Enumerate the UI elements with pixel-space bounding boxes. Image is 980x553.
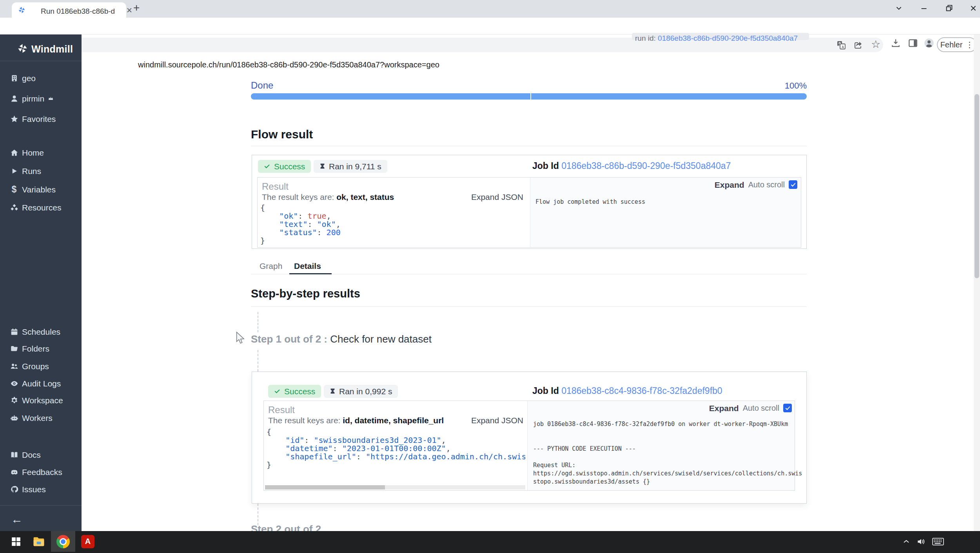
sidebar-item-schedules[interactable]: Schedules [0, 326, 82, 337]
step1-expand-json-button[interactable]: Expand JSON [451, 416, 523, 424]
window-chevron-icon[interactable] [895, 4, 903, 14]
step1-result-json: { "id": "swissboundaries3d_2023-01", "da… [267, 428, 525, 469]
horizontal-scrollbar[interactable] [265, 485, 525, 490]
new-tab-button[interactable]: + [133, 2, 140, 13]
browser-tab[interactable]: Run 0186eb38-c86b-d590-290e- ✕ [12, 2, 126, 18]
browser-error-button[interactable]: Fehler ⋮ [937, 37, 977, 52]
progress-status: Done [251, 81, 273, 90]
expand-log-button[interactable]: Expand [709, 404, 739, 412]
window-close-icon[interactable] [969, 4, 978, 14]
sidebar-item-folders[interactable]: Folders [0, 343, 82, 354]
sidebar-item-label: Docs [22, 451, 41, 459]
sidebar-item-workspace-geo[interactable]: geo [0, 72, 82, 84]
tab-close-icon[interactable]: ✕ [126, 7, 132, 14]
sidebar-item-variables[interactable]: $ Variables [0, 183, 82, 195]
page-scrollbar-thumb[interactable] [975, 94, 979, 278]
sidebar-item-groups[interactable]: Groups [0, 360, 82, 372]
step1-heading: Step 1 out of 2 : Check for new dataset [251, 334, 432, 344]
share-icon[interactable] [854, 40, 863, 51]
tab-title: Run 0186eb38-c86b-d590-290e- [41, 7, 114, 15]
discord-icon [10, 468, 18, 476]
crown-icon [48, 96, 54, 103]
sidebar-item-favorites[interactable]: Favorites [0, 113, 82, 125]
tray-chevron-icon[interactable] [902, 537, 911, 548]
profile-avatar-icon[interactable] [924, 38, 935, 50]
sidebar-item-workspace-settings[interactable]: Workspace [0, 394, 82, 406]
people-icon [10, 362, 18, 370]
taskbar-file-explorer[interactable] [28, 531, 49, 552]
sidebar-item-user[interactable]: pirmin [0, 92, 82, 104]
job-id-label: Job Id [532, 161, 559, 171]
flow-job-id: Job Id 0186eb38-c86b-d590-290e-f5d350a84… [532, 161, 731, 170]
sidebar-item-runs[interactable]: Runs [0, 165, 82, 177]
sidebar-item-resources[interactable]: Resources [0, 201, 82, 213]
taskbar-chrome[interactable] [51, 531, 75, 552]
horizontal-scrollbar-thumb[interactable] [265, 485, 385, 490]
auto-scroll-label: Auto scroll [743, 404, 779, 412]
step-results-title: Step-by-step results [251, 288, 360, 299]
sidebar-item-issues[interactable]: Issues [0, 483, 82, 495]
active-tab-underline [289, 273, 332, 274]
start-button[interactable] [5, 531, 27, 552]
bookmark-star-icon[interactable]: ☆ [871, 39, 880, 50]
sidebar-item-workers[interactable]: Workers [0, 412, 82, 424]
user-icon [10, 94, 18, 103]
check-icon [264, 163, 270, 170]
robot-icon [10, 413, 18, 422]
sidebar-divider [0, 505, 82, 506]
step1-log-controls: Expand Auto scroll [662, 404, 792, 412]
windmill-logo-icon [17, 43, 28, 55]
book-icon [10, 450, 18, 459]
browser-toolbar: ← → ↻ windmill.sourcepole.ch/run/0186eb3… [0, 18, 980, 34]
success-label: Success [274, 162, 305, 170]
sidebar-item-label: Runs [22, 167, 41, 175]
window-minimize-icon[interactable] [920, 4, 928, 14]
sidebar-item-label: Variables [22, 185, 56, 194]
eye-icon [10, 379, 18, 388]
keyboard-icon[interactable] [932, 537, 944, 548]
file-explorer-icon [33, 535, 45, 548]
duration-label: Ran in 9,711 s [329, 162, 381, 170]
flow-connector-line [258, 350, 258, 372]
sidebar-item-home[interactable]: Home [0, 147, 82, 158]
taskbar-acrobat[interactable]: A [77, 531, 99, 552]
github-icon [10, 485, 18, 493]
auto-scroll-checkbox[interactable] [783, 404, 792, 412]
home-icon [10, 148, 18, 157]
flow-expand-json-button[interactable]: Expand JSON [451, 193, 523, 201]
job-id-link[interactable]: 0186eb38-c8c4-9836-f78c-32fa2def9fb0 [561, 386, 722, 396]
sidebar-item-label: Resources [22, 203, 61, 212]
flow-connector-line [258, 504, 258, 525]
windmill-brand[interactable]: Windmill [17, 43, 73, 55]
flow-duration-badge: Ran in 9,711 s [314, 160, 387, 173]
tab-details[interactable]: Details [294, 262, 321, 270]
success-label: Success [284, 387, 315, 395]
flow-result-title: Flow result [251, 129, 313, 140]
url-text: windmill.sourcepole.ch/run/0186eb38-c86b… [138, 61, 439, 69]
step1-job-id: Job Id 0186eb38-c8c4-9836-f78c-32fa2def9… [532, 386, 722, 395]
step1-success-badge: Success [268, 385, 321, 398]
auto-scroll-checkbox[interactable] [789, 180, 797, 189]
tabs-divider [251, 274, 807, 274]
run-id-label: run id: [635, 34, 656, 42]
run-id-value[interactable]: 0186eb38-c86b-d590-290e-f5d350a840a7 [658, 34, 798, 42]
workspace-label: geo [22, 74, 36, 82]
tab-graph[interactable]: Graph [260, 262, 282, 270]
side-panel-icon[interactable] [908, 38, 918, 50]
sidebar-item-docs[interactable]: Docs [0, 449, 82, 461]
collapse-sidebar-icon[interactable]: ← [11, 513, 23, 525]
sidebar-item-feedbacks[interactable]: Feedbacks [0, 466, 82, 478]
flow-log-text: Flow job completed with success [535, 198, 645, 206]
windmill-favicon-icon [18, 6, 25, 15]
flow-result-keys: The result keys are: ok, text, status [262, 193, 394, 201]
translate-icon[interactable] [837, 40, 846, 51]
window-restore-icon[interactable] [945, 4, 953, 14]
job-id-link[interactable]: 0186eb38-c86b-d590-290e-f5d350a840a7 [561, 161, 731, 171]
windows-taskbar: A 17:20 16.03.2023 [0, 531, 980, 553]
expand-log-button[interactable]: Expand [715, 181, 744, 189]
sidebar-item-audit-logs[interactable]: Audit Logs [0, 377, 82, 389]
volume-icon[interactable] [916, 537, 927, 548]
sidebar-divider [0, 61, 82, 61]
step1-duration-badge: Ran in 0,992 s [324, 385, 398, 398]
download-icon[interactable] [891, 38, 901, 50]
